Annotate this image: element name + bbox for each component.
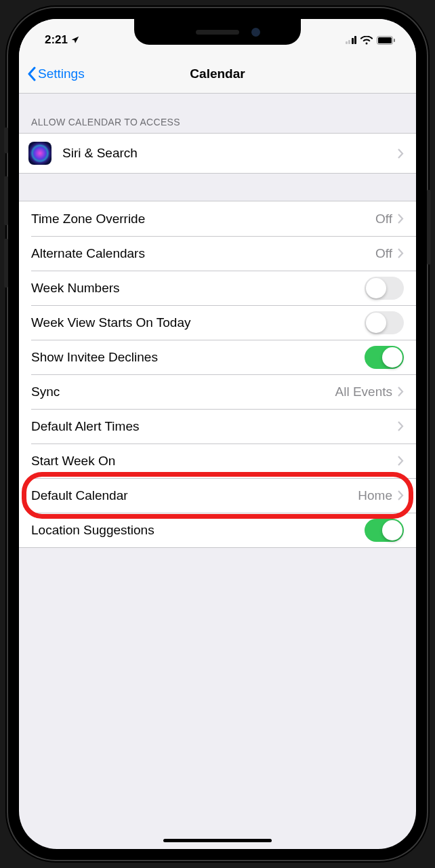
home-indicator[interactable]: [163, 839, 272, 842]
row-default-calendar[interactable]: Default Calendar Home: [19, 478, 416, 513]
svg-rect-1: [378, 37, 392, 43]
siri-icon: [28, 142, 51, 165]
row-default-alert-times[interactable]: Default Alert Times: [19, 409, 416, 443]
page-title: Calendar: [190, 66, 245, 81]
volume-up-button: [4, 176, 8, 225]
chevron-right-icon: [398, 421, 404, 431]
chevron-right-icon: [398, 149, 404, 159]
status-left: 2:21: [45, 33, 80, 47]
row-siri-search[interactable]: Siri & Search: [19, 134, 416, 173]
screen: 2:21 Settings Calendar: [19, 19, 416, 849]
status-time: 2:21: [45, 33, 68, 47]
list-access: Siri & Search: [19, 133, 416, 174]
section-header-access: Allow Calendar to Access: [19, 94, 416, 133]
row-label: Location Suggestions: [31, 523, 365, 538]
location-arrow-icon: [70, 35, 80, 45]
row-time-zone-override[interactable]: Time Zone Override Off: [19, 201, 416, 236]
side-button: [427, 190, 431, 264]
chevron-right-icon: [398, 248, 404, 258]
row-value: Off: [375, 246, 392, 261]
chevron-right-icon: [398, 387, 404, 397]
row-label: Week Numbers: [31, 281, 365, 296]
chevron-left-icon: [27, 66, 37, 81]
cellular-signal-icon: [346, 36, 357, 44]
toggle-show-invitee-declines[interactable]: [365, 346, 404, 369]
mute-switch: [4, 127, 8, 153]
chevron-right-icon: [398, 456, 404, 466]
row-location-suggestions: Location Suggestions: [19, 513, 416, 547]
nav-bar: Settings Calendar: [19, 54, 416, 94]
row-value: Home: [358, 488, 392, 503]
chevron-right-icon: [398, 490, 404, 500]
row-label: Default Calendar: [31, 488, 358, 503]
status-right: [346, 36, 396, 45]
battery-icon: [377, 36, 396, 45]
row-show-invitee-declines: Show Invitee Declines: [19, 340, 416, 374]
row-week-view-starts-today: Week View Starts On Today: [19, 305, 416, 340]
row-label: Start Week On: [31, 454, 398, 469]
list-settings: Time Zone Override Off Alternate Calenda…: [19, 201, 416, 548]
row-value: All Events: [335, 384, 392, 399]
notch: [134, 19, 301, 45]
wifi-icon: [360, 36, 373, 45]
toggle-week-numbers[interactable]: [365, 277, 404, 300]
row-label: Show Invitee Declines: [31, 350, 365, 365]
row-value: Off: [375, 212, 392, 226]
back-label: Settings: [38, 66, 85, 81]
row-label: Sync: [31, 384, 335, 399]
volume-down-button: [4, 239, 8, 288]
front-camera: [251, 28, 260, 37]
row-label: Time Zone Override: [31, 212, 375, 226]
row-label: Siri & Search: [62, 146, 398, 161]
row-label: Alternate Calendars: [31, 246, 375, 261]
row-start-week-on[interactable]: Start Week On: [19, 443, 416, 478]
section-gap: [19, 174, 416, 201]
phone-frame: 2:21 Settings Calendar: [7, 7, 428, 861]
row-sync[interactable]: Sync All Events: [19, 374, 416, 409]
toggle-week-view-starts-today[interactable]: [365, 311, 404, 334]
chevron-right-icon: [398, 214, 404, 224]
row-alternate-calendars[interactable]: Alternate Calendars Off: [19, 236, 416, 271]
speaker-grille: [196, 30, 239, 35]
toggle-location-suggestions[interactable]: [365, 519, 404, 542]
svg-rect-2: [394, 39, 395, 42]
row-label: Default Alert Times: [31, 419, 398, 434]
back-button[interactable]: Settings: [27, 66, 85, 81]
row-week-numbers: Week Numbers: [19, 271, 416, 305]
row-label: Week View Starts On Today: [31, 315, 365, 330]
